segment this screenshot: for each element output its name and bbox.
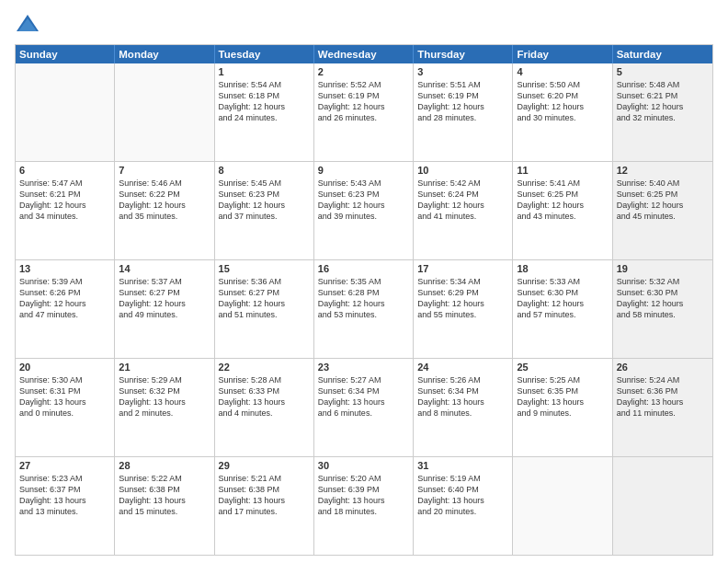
cell-text: Sunrise: 5:41 AMSunset: 6:25 PMDaylight:… (517, 178, 608, 223)
cell-text: Sunrise: 5:22 AMSunset: 6:38 PMDaylight:… (119, 473, 210, 518)
weekday-header: Monday (115, 45, 214, 63)
calendar-cell: 16Sunrise: 5:35 AMSunset: 6:28 PMDayligh… (314, 260, 414, 358)
calendar-cell: 30Sunrise: 5:20 AMSunset: 6:39 PMDayligh… (314, 457, 414, 555)
calendar-cell: 29Sunrise: 5:21 AMSunset: 6:38 PMDayligh… (215, 457, 314, 555)
day-number: 22 (219, 362, 310, 373)
day-number: 12 (617, 165, 709, 176)
logo-icon (15, 11, 40, 37)
cell-text: Sunrise: 5:21 AMSunset: 6:38 PMDaylight:… (219, 473, 310, 518)
calendar: SundayMondayTuesdayWednesdayThursdayFrid… (15, 44, 713, 556)
cell-text: Sunrise: 5:33 AMSunset: 6:30 PMDaylight:… (517, 276, 608, 321)
day-number: 11 (517, 165, 608, 176)
cell-text: Sunrise: 5:52 AMSunset: 6:19 PMDaylight:… (318, 79, 409, 124)
day-number: 23 (318, 362, 409, 373)
calendar-cell: 21Sunrise: 5:29 AMSunset: 6:32 PMDayligh… (115, 359, 214, 456)
cell-text: Sunrise: 5:36 AMSunset: 6:27 PMDaylight:… (219, 276, 310, 321)
day-number: 20 (19, 362, 110, 373)
day-number: 6 (19, 165, 110, 176)
weekday-header: Saturday (613, 45, 712, 63)
calendar-cell: 23Sunrise: 5:27 AMSunset: 6:34 PMDayligh… (314, 359, 414, 456)
cell-text: Sunrise: 5:51 AMSunset: 6:19 PMDaylight:… (417, 79, 508, 124)
cell-text: Sunrise: 5:48 AMSunset: 6:21 PMDaylight:… (617, 79, 709, 124)
calendar-cell: 20Sunrise: 5:30 AMSunset: 6:31 PMDayligh… (16, 359, 115, 456)
cell-text: Sunrise: 5:24 AMSunset: 6:36 PMDaylight:… (617, 374, 709, 419)
day-number: 19 (617, 263, 709, 274)
day-number: 29 (219, 460, 310, 471)
calendar-cell: 31Sunrise: 5:19 AMSunset: 6:40 PMDayligh… (414, 457, 513, 555)
page: SundayMondayTuesdayWednesdayThursdayFrid… (0, 0, 728, 563)
calendar-cell: 1Sunrise: 5:54 AMSunset: 6:18 PMDaylight… (215, 63, 314, 161)
calendar-cell (613, 457, 712, 555)
calendar-cell: 6Sunrise: 5:47 AMSunset: 6:21 PMDaylight… (16, 162, 115, 259)
calendar-cell: 24Sunrise: 5:26 AMSunset: 6:34 PMDayligh… (414, 359, 513, 456)
cell-text: Sunrise: 5:47 AMSunset: 6:21 PMDaylight:… (19, 178, 110, 223)
calendar-cell: 9Sunrise: 5:43 AMSunset: 6:23 PMDaylight… (314, 162, 414, 259)
weekday-header: Thursday (414, 45, 513, 63)
day-number: 14 (119, 263, 210, 274)
calendar-cell: 28Sunrise: 5:22 AMSunset: 6:38 PMDayligh… (115, 457, 214, 555)
calendar-cell: 11Sunrise: 5:41 AMSunset: 6:25 PMDayligh… (513, 162, 612, 259)
calendar-cell (513, 457, 612, 555)
calendar-cell (16, 63, 115, 161)
calendar-cell: 15Sunrise: 5:36 AMSunset: 6:27 PMDayligh… (215, 260, 314, 358)
cell-text: Sunrise: 5:34 AMSunset: 6:29 PMDaylight:… (417, 276, 508, 321)
cell-text: Sunrise: 5:40 AMSunset: 6:25 PMDaylight:… (617, 178, 709, 223)
logo (15, 11, 44, 37)
cell-text: Sunrise: 5:46 AMSunset: 6:22 PMDaylight:… (119, 178, 210, 223)
cell-text: Sunrise: 5:42 AMSunset: 6:24 PMDaylight:… (417, 178, 508, 223)
calendar-cell: 14Sunrise: 5:37 AMSunset: 6:27 PMDayligh… (115, 260, 214, 358)
calendar-cell: 26Sunrise: 5:24 AMSunset: 6:36 PMDayligh… (613, 359, 712, 456)
calendar-row: 6Sunrise: 5:47 AMSunset: 6:21 PMDaylight… (16, 161, 712, 259)
header (15, 11, 713, 37)
cell-text: Sunrise: 5:35 AMSunset: 6:28 PMDaylight:… (318, 276, 409, 321)
calendar-cell (115, 63, 214, 161)
calendar-header: SundayMondayTuesdayWednesdayThursdayFrid… (16, 45, 712, 63)
day-number: 18 (517, 263, 608, 274)
day-number: 26 (617, 362, 709, 373)
day-number: 25 (517, 362, 608, 373)
calendar-cell: 27Sunrise: 5:23 AMSunset: 6:37 PMDayligh… (16, 457, 115, 555)
calendar-row: 27Sunrise: 5:23 AMSunset: 6:37 PMDayligh… (16, 456, 712, 555)
calendar-row: 20Sunrise: 5:30 AMSunset: 6:31 PMDayligh… (16, 358, 712, 456)
day-number: 7 (119, 165, 210, 176)
calendar-cell: 4Sunrise: 5:50 AMSunset: 6:20 PMDaylight… (513, 63, 612, 161)
day-number: 16 (318, 263, 409, 274)
calendar-cell: 13Sunrise: 5:39 AMSunset: 6:26 PMDayligh… (16, 260, 115, 358)
weekday-header: Friday (513, 45, 612, 63)
cell-text: Sunrise: 5:29 AMSunset: 6:32 PMDaylight:… (119, 374, 210, 419)
calendar-cell: 10Sunrise: 5:42 AMSunset: 6:24 PMDayligh… (414, 162, 513, 259)
cell-text: Sunrise: 5:54 AMSunset: 6:18 PMDaylight:… (219, 79, 310, 124)
day-number: 17 (417, 263, 508, 274)
day-number: 24 (417, 362, 508, 373)
cell-text: Sunrise: 5:25 AMSunset: 6:35 PMDaylight:… (517, 374, 608, 419)
cell-text: Sunrise: 5:23 AMSunset: 6:37 PMDaylight:… (19, 473, 110, 518)
weekday-header: Tuesday (215, 45, 314, 63)
day-number: 30 (318, 460, 409, 471)
cell-text: Sunrise: 5:39 AMSunset: 6:26 PMDaylight:… (19, 276, 110, 321)
cell-text: Sunrise: 5:50 AMSunset: 6:20 PMDaylight:… (517, 79, 608, 124)
day-number: 27 (19, 460, 110, 471)
cell-text: Sunrise: 5:45 AMSunset: 6:23 PMDaylight:… (219, 178, 310, 223)
calendar-cell: 19Sunrise: 5:32 AMSunset: 6:30 PMDayligh… (613, 260, 712, 358)
calendar-cell: 2Sunrise: 5:52 AMSunset: 6:19 PMDaylight… (314, 63, 414, 161)
day-number: 1 (219, 66, 310, 77)
cell-text: Sunrise: 5:30 AMSunset: 6:31 PMDaylight:… (19, 374, 110, 419)
day-number: 10 (417, 165, 508, 176)
cell-text: Sunrise: 5:37 AMSunset: 6:27 PMDaylight:… (119, 276, 210, 321)
cell-text: Sunrise: 5:20 AMSunset: 6:39 PMDaylight:… (318, 473, 409, 518)
weekday-header: Wednesday (314, 45, 414, 63)
calendar-cell: 25Sunrise: 5:25 AMSunset: 6:35 PMDayligh… (513, 359, 612, 456)
day-number: 5 (617, 66, 709, 77)
day-number: 3 (417, 66, 508, 77)
calendar-cell: 17Sunrise: 5:34 AMSunset: 6:29 PMDayligh… (414, 260, 513, 358)
day-number: 31 (417, 460, 508, 471)
day-number: 9 (318, 165, 409, 176)
calendar-cell: 22Sunrise: 5:28 AMSunset: 6:33 PMDayligh… (215, 359, 314, 456)
cell-text: Sunrise: 5:43 AMSunset: 6:23 PMDaylight:… (318, 178, 409, 223)
calendar-cell: 12Sunrise: 5:40 AMSunset: 6:25 PMDayligh… (613, 162, 712, 259)
calendar-cell: 7Sunrise: 5:46 AMSunset: 6:22 PMDaylight… (115, 162, 214, 259)
day-number: 2 (318, 66, 409, 77)
day-number: 21 (119, 362, 210, 373)
day-number: 4 (517, 66, 608, 77)
weekday-header: Sunday (16, 45, 115, 63)
